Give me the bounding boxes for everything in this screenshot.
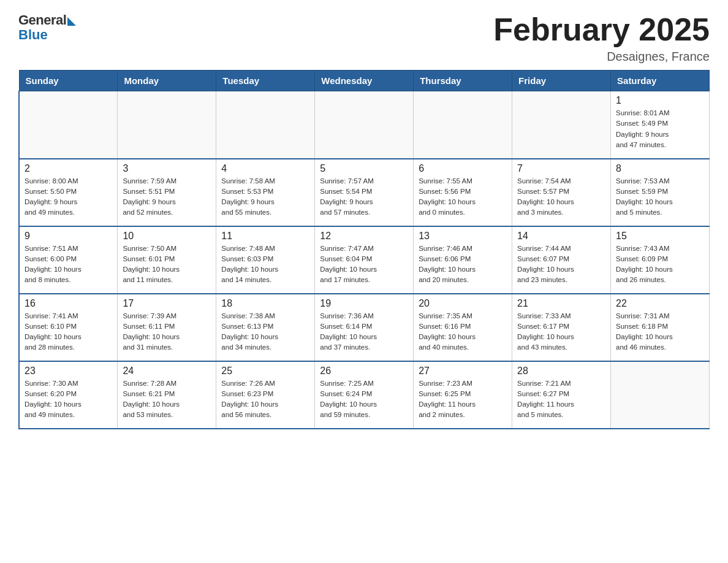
calendar-cell: 10Sunrise: 7:50 AM Sunset: 6:01 PM Dayli…	[118, 226, 216, 294]
calendar-cell: 24Sunrise: 7:28 AM Sunset: 6:21 PM Dayli…	[118, 361, 216, 429]
calendar-week-4: 16Sunrise: 7:41 AM Sunset: 6:10 PM Dayli…	[19, 294, 710, 361]
day-detail: Sunrise: 7:58 AM Sunset: 5:53 PM Dayligh…	[221, 176, 309, 218]
calendar-cell: 22Sunrise: 7:31 AM Sunset: 6:18 PM Dayli…	[611, 294, 710, 361]
day-number: 4	[221, 163, 309, 174]
calendar-cell: 20Sunrise: 7:35 AM Sunset: 6:16 PM Dayli…	[414, 294, 512, 361]
day-detail: Sunrise: 7:47 AM Sunset: 6:04 PM Dayligh…	[320, 243, 408, 286]
day-number: 24	[123, 366, 211, 377]
calendar-cell	[19, 91, 118, 159]
page-header: General Blue February 2025 Desaignes, Fr…	[18, 12, 710, 64]
calendar-cell: 13Sunrise: 7:46 AM Sunset: 6:06 PM Dayli…	[414, 226, 512, 294]
calendar-cell: 18Sunrise: 7:38 AM Sunset: 6:13 PM Dayli…	[216, 294, 315, 361]
day-number: 3	[123, 163, 211, 174]
day-number: 2	[25, 163, 112, 174]
day-detail: Sunrise: 7:41 AM Sunset: 6:10 PM Dayligh…	[25, 311, 112, 353]
calendar-week-2: 2Sunrise: 8:00 AM Sunset: 5:50 PM Daylig…	[19, 159, 710, 226]
calendar-cell: 25Sunrise: 7:26 AM Sunset: 6:23 PM Dayli…	[216, 361, 315, 429]
day-number: 1	[616, 95, 704, 106]
calendar-cell: 26Sunrise: 7:25 AM Sunset: 6:24 PM Dayli…	[315, 361, 414, 429]
calendar-cell: 2Sunrise: 8:00 AM Sunset: 5:50 PM Daylig…	[19, 159, 118, 226]
calendar-cell: 15Sunrise: 7:43 AM Sunset: 6:09 PM Dayli…	[611, 226, 710, 294]
calendar-cell: 27Sunrise: 7:23 AM Sunset: 6:25 PM Dayli…	[414, 361, 512, 429]
day-number: 27	[419, 366, 507, 377]
day-detail: Sunrise: 8:01 AM Sunset: 5:49 PM Dayligh…	[616, 108, 704, 150]
calendar-cell: 23Sunrise: 7:30 AM Sunset: 6:20 PM Dayli…	[19, 361, 118, 429]
day-detail: Sunrise: 7:39 AM Sunset: 6:11 PM Dayligh…	[123, 311, 211, 353]
day-detail: Sunrise: 7:57 AM Sunset: 5:54 PM Dayligh…	[320, 176, 408, 218]
calendar-cell: 6Sunrise: 7:55 AM Sunset: 5:56 PM Daylig…	[414, 159, 512, 226]
calendar-cell: 16Sunrise: 7:41 AM Sunset: 6:10 PM Dayli…	[19, 294, 118, 361]
day-number: 14	[517, 231, 605, 242]
logo-blue-text: Blue	[18, 27, 48, 43]
calendar-week-5: 23Sunrise: 7:30 AM Sunset: 6:20 PM Dayli…	[19, 361, 710, 429]
weekday-header-saturday: Saturday	[611, 71, 710, 91]
day-number: 13	[419, 231, 507, 242]
day-detail: Sunrise: 7:25 AM Sunset: 6:24 PM Dayligh…	[320, 378, 408, 421]
title-block: February 2025 Desaignes, France	[493, 12, 710, 64]
day-detail: Sunrise: 7:26 AM Sunset: 6:23 PM Dayligh…	[221, 378, 309, 421]
day-number: 9	[25, 231, 112, 242]
day-number: 5	[320, 163, 408, 174]
day-detail: Sunrise: 7:48 AM Sunset: 6:03 PM Dayligh…	[221, 243, 309, 286]
calendar-table: SundayMondayTuesdayWednesdayThursdayFrid…	[18, 70, 710, 429]
calendar-cell	[118, 91, 216, 159]
day-number: 7	[517, 163, 605, 174]
calendar-cell: 8Sunrise: 7:53 AM Sunset: 5:59 PM Daylig…	[611, 159, 710, 226]
calendar-week-1: 1Sunrise: 8:01 AM Sunset: 5:49 PM Daylig…	[19, 91, 710, 159]
day-detail: Sunrise: 7:43 AM Sunset: 6:09 PM Dayligh…	[616, 243, 704, 286]
calendar-cell	[216, 91, 315, 159]
weekday-header-monday: Monday	[118, 71, 216, 91]
calendar-cell: 11Sunrise: 7:48 AM Sunset: 6:03 PM Dayli…	[216, 226, 315, 294]
month-title: February 2025	[493, 12, 710, 47]
day-number: 26	[320, 366, 408, 377]
day-number: 16	[25, 298, 112, 309]
day-detail: Sunrise: 7:21 AM Sunset: 6:27 PM Dayligh…	[517, 378, 605, 421]
day-number: 8	[616, 163, 704, 174]
day-detail: Sunrise: 7:44 AM Sunset: 6:07 PM Dayligh…	[517, 243, 605, 286]
calendar-week-3: 9Sunrise: 7:51 AM Sunset: 6:00 PM Daylig…	[19, 226, 710, 294]
day-detail: Sunrise: 8:00 AM Sunset: 5:50 PM Dayligh…	[25, 176, 112, 218]
day-number: 22	[616, 298, 704, 309]
day-number: 11	[221, 231, 309, 242]
day-number: 21	[517, 298, 605, 309]
calendar-cell: 3Sunrise: 7:59 AM Sunset: 5:51 PM Daylig…	[118, 159, 216, 226]
day-number: 23	[25, 366, 112, 377]
calendar-cell: 17Sunrise: 7:39 AM Sunset: 6:11 PM Dayli…	[118, 294, 216, 361]
calendar-cell: 21Sunrise: 7:33 AM Sunset: 6:17 PM Dayli…	[512, 294, 611, 361]
logo: General Blue	[18, 12, 76, 43]
day-detail: Sunrise: 7:31 AM Sunset: 6:18 PM Dayligh…	[616, 311, 704, 353]
day-number: 10	[123, 231, 211, 242]
calendar-cell: 4Sunrise: 7:58 AM Sunset: 5:53 PM Daylig…	[216, 159, 315, 226]
day-detail: Sunrise: 7:38 AM Sunset: 6:13 PM Dayligh…	[221, 311, 309, 353]
calendar-cell	[315, 91, 414, 159]
day-detail: Sunrise: 7:23 AM Sunset: 6:25 PM Dayligh…	[419, 378, 507, 421]
calendar-cell: 14Sunrise: 7:44 AM Sunset: 6:07 PM Dayli…	[512, 226, 611, 294]
logo-general-text: General	[18, 12, 66, 28]
day-detail: Sunrise: 7:36 AM Sunset: 6:14 PM Dayligh…	[320, 311, 408, 353]
day-detail: Sunrise: 7:59 AM Sunset: 5:51 PM Dayligh…	[123, 176, 211, 218]
calendar-cell: 7Sunrise: 7:54 AM Sunset: 5:57 PM Daylig…	[512, 159, 611, 226]
calendar-cell	[512, 91, 611, 159]
location: Desaignes, France	[493, 50, 710, 64]
calendar-cell	[414, 91, 512, 159]
day-detail: Sunrise: 7:50 AM Sunset: 6:01 PM Dayligh…	[123, 243, 211, 286]
day-detail: Sunrise: 7:28 AM Sunset: 6:21 PM Dayligh…	[123, 378, 211, 421]
weekday-header-thursday: Thursday	[414, 71, 512, 91]
calendar-cell: 12Sunrise: 7:47 AM Sunset: 6:04 PM Dayli…	[315, 226, 414, 294]
weekday-header-tuesday: Tuesday	[216, 71, 315, 91]
day-number: 6	[419, 163, 507, 174]
day-detail: Sunrise: 7:33 AM Sunset: 6:17 PM Dayligh…	[517, 311, 605, 353]
day-number: 17	[123, 298, 211, 309]
day-number: 20	[419, 298, 507, 309]
day-detail: Sunrise: 7:53 AM Sunset: 5:59 PM Dayligh…	[616, 176, 704, 218]
day-number: 15	[616, 231, 704, 242]
weekday-header-wednesday: Wednesday	[315, 71, 414, 91]
logo-arrow-icon	[67, 17, 76, 26]
day-detail: Sunrise: 7:51 AM Sunset: 6:00 PM Dayligh…	[25, 243, 112, 286]
day-number: 18	[221, 298, 309, 309]
day-detail: Sunrise: 7:35 AM Sunset: 6:16 PM Dayligh…	[419, 311, 507, 353]
calendar-cell: 28Sunrise: 7:21 AM Sunset: 6:27 PM Dayli…	[512, 361, 611, 429]
day-number: 25	[221, 366, 309, 377]
day-detail: Sunrise: 7:30 AM Sunset: 6:20 PM Dayligh…	[25, 378, 112, 421]
day-number: 28	[517, 366, 605, 377]
